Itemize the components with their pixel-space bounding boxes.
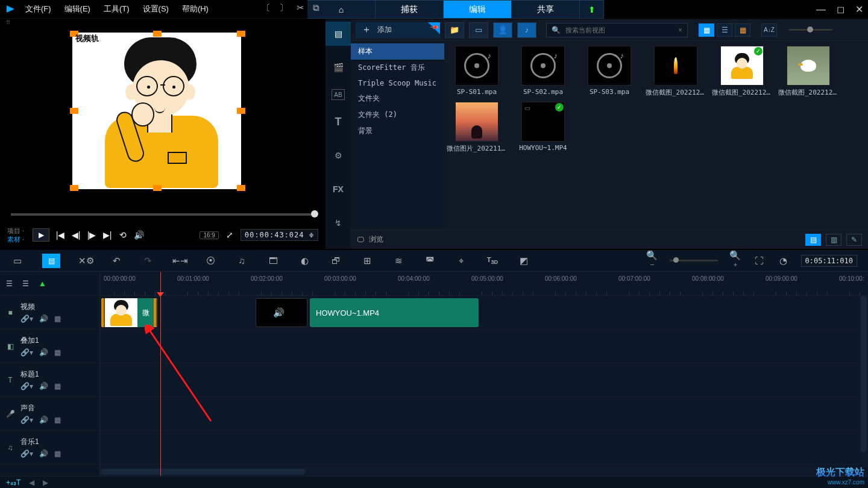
media-thumb[interactable]: ✓微信截图_202212... — [712, 46, 772, 97]
footer-view-a[interactable]: ▤ — [805, 234, 821, 246]
add-track-button[interactable]: ▲ — [39, 279, 46, 288]
timeline-ruler[interactable]: 00:00:00:0000:01:00:0000:02:00:0000:03:0… — [100, 272, 868, 296]
filter-photo-button[interactable]: 👤 — [493, 22, 512, 38]
footer-edit[interactable]: ✎ — [846, 234, 862, 246]
mark-in-icon[interactable]: 〔 — [262, 2, 271, 14]
tool-trim-button[interactable]: ⇤⇥ — [172, 255, 186, 266]
next-frame-button[interactable]: |▶ — [87, 230, 96, 240]
track-mute-button[interactable]: 🔊 — [39, 314, 48, 323]
tool-speed-button[interactable]: ≋ — [392, 255, 405, 266]
folder-item[interactable]: 文件夹 (2) — [351, 107, 444, 123]
folder-item[interactable]: 背景 — [351, 123, 444, 139]
footer-view-b[interactable]: ▥ — [826, 234, 841, 246]
goto-end-button[interactable]: ▶| — [102, 230, 112, 240]
view-large-button[interactable]: ▦ — [699, 23, 714, 37]
tool-audio-button[interactable]: ♫ — [235, 255, 248, 266]
tool-subtitle-button[interactable]: 🗔 — [266, 255, 280, 266]
snapshot-icon[interactable]: ⧉ — [313, 2, 319, 14]
tool-settings-button[interactable]: ✕⚙ — [78, 255, 92, 266]
track-lane-video[interactable]: 微 🔊 HOWYOU~1.MP4 — [100, 296, 868, 330]
resize-handle-tr[interactable] — [237, 31, 245, 37]
filter-audio-button[interactable]: ♪ — [517, 22, 536, 38]
resize-handle-bl[interactable] — [70, 185, 78, 191]
split-icon[interactable]: ✂ — [297, 2, 304, 14]
tool-chroma-button[interactable]: ◐ — [298, 255, 311, 266]
expand-icon[interactable]: ⤢ — [225, 230, 234, 240]
libside-title-icon[interactable]: T — [326, 110, 351, 134]
preview-timecode[interactable]: 00:00:43:024 ≑ — [241, 229, 318, 241]
zoom-in-button[interactable]: 🔍⁺ — [729, 250, 742, 272]
filter-video-button[interactable]: ▭ — [469, 22, 488, 38]
track-solo-button[interactable]: ▦ — [54, 382, 61, 390]
scroll-right-button[interactable]: ▶ — [43, 478, 48, 487]
tab-edit[interactable]: 编辑 — [444, 0, 512, 19]
track-head[interactable]: ■ 视频 🔗▾ 🔊 ▦ — [0, 296, 99, 330]
filter-folder-button[interactable]: 📁 — [445, 22, 464, 38]
folder-item[interactable]: Triple Scoop Music — [351, 76, 444, 90]
tool-record-button[interactable]: ⦿ — [204, 255, 217, 266]
tab-capture[interactable]: 捕获 — [376, 0, 444, 19]
libside-gear-icon[interactable]: ⚙ — [326, 143, 351, 167]
libside-media-icon[interactable]: ▤ — [326, 22, 351, 46]
preview-clip-frame[interactable] — [72, 33, 241, 189]
media-thumb[interactable]: ▭✓HOWYOU~1.MP4 — [513, 102, 573, 153]
search-input[interactable] — [565, 27, 668, 34]
track-mute-button[interactable]: 🔊 — [39, 382, 48, 390]
aspect-ratio-badge[interactable]: 16:9 — [200, 231, 218, 239]
menu-settings[interactable]: 设置(S) — [143, 4, 169, 14]
timeline-hscroll[interactable] — [100, 468, 860, 476]
tracks-menu-button[interactable]: ☰ — [6, 280, 13, 288]
libside-link-icon[interactable]: ↯ — [326, 211, 351, 235]
view-list-button[interactable]: ☰ — [717, 23, 732, 37]
track-solo-button[interactable]: ▦ — [54, 449, 61, 458]
clip-black-video[interactable]: 🔊 — [256, 298, 307, 327]
volume-button[interactable]: 🔊 — [134, 230, 143, 240]
loop-button[interactable]: ⟲ — [118, 230, 128, 240]
tab-share[interactable]: 共享 — [512, 0, 580, 19]
media-thumb[interactable]: ♪SP-S03.mpa — [579, 46, 640, 97]
track-head[interactable]: ◧ 叠加1 🔗▾ 🔊 ▦ — [0, 330, 99, 363]
resize-handle-br[interactable] — [237, 185, 245, 191]
resize-handle-b[interactable] — [153, 185, 162, 191]
timeline-timecode[interactable]: 0:05:11:010 — [801, 255, 857, 267]
minimize-button[interactable]: — — [816, 4, 826, 15]
play-button[interactable]: ▶ — [33, 228, 49, 242]
menu-edit[interactable]: 编辑(E) — [64, 4, 90, 14]
search-box[interactable]: 🔍 × — [546, 23, 688, 37]
timeline-clock-button[interactable]: ◔ — [777, 255, 790, 266]
undo-button[interactable]: ↶ — [110, 255, 123, 266]
playhead[interactable] — [160, 272, 161, 476]
libside-transition-icon[interactable]: 🎬 — [326, 55, 351, 80]
menu-help[interactable]: 帮助(H) — [182, 4, 209, 14]
close-button[interactable]: ✕ — [855, 4, 863, 15]
track-mute-button[interactable]: 🔊 — [39, 449, 48, 458]
zoom-out-button[interactable]: 🔍⁻ — [646, 250, 659, 272]
timeline-view-button[interactable]: ▤ — [42, 254, 60, 268]
folder-item[interactable]: 样本 — [351, 43, 444, 60]
preview-canvas[interactable]: 视频轨 — [16, 31, 310, 209]
timeline-foot-label[interactable]: +₄₃T — [6, 478, 20, 487]
track-head[interactable]: T 标题1 🔗▾ 🔊 ▦ — [0, 363, 99, 397]
media-thumb[interactable]: 微信截图_202212... — [778, 46, 838, 97]
track-head[interactable]: 🎤 声音 🔗▾ 🔊 ▦ — [0, 397, 99, 431]
media-thumb[interactable]: ♪SP-S01.mpa — [447, 46, 507, 97]
timeline-area[interactable]: 00:00:00:0000:01:00:0000:02:00:0000:03:0… — [100, 272, 868, 476]
maximize-button[interactable]: ◻ — [837, 4, 844, 15]
preview-mode-toggle[interactable]: 项目 · 素材 · — [7, 227, 24, 243]
storyboard-view-button[interactable]: ▭ — [11, 255, 24, 266]
mode-project[interactable]: 项目 · — [7, 227, 24, 235]
libside-fx-icon[interactable]: FX — [326, 177, 351, 201]
media-thumb[interactable]: ♪SP-S02.mpa — [513, 46, 573, 97]
mode-clip[interactable]: 素材 · — [7, 235, 24, 243]
thumb-size-slider[interactable] — [789, 29, 832, 31]
scroll-left-button[interactable]: ◀ — [29, 478, 34, 487]
menu-tools[interactable]: 工具(T) — [104, 4, 130, 14]
folder-item[interactable]: 文件夹 — [351, 90, 444, 107]
view-grid-button[interactable]: ▦ — [735, 23, 750, 37]
libside-ab-icon[interactable]: AB — [332, 89, 345, 100]
track-lane-voice[interactable] — [100, 397, 868, 431]
clip-howyou[interactable]: HOWYOU~1.MP4 — [310, 298, 479, 327]
track-solo-button[interactable]: ▦ — [54, 314, 61, 323]
clip-image[interactable]: 微 — [101, 298, 157, 327]
track-link-button[interactable]: 🔗▾ — [20, 314, 33, 323]
